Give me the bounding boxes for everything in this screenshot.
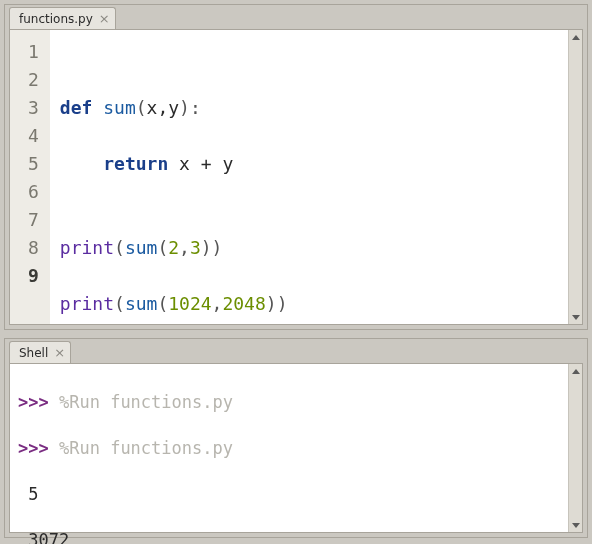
line-number: 2 xyxy=(28,66,39,94)
line-number-current: 9 xyxy=(28,262,39,290)
line-number-gutter: 1 2 3 4 5 6 7 8 9 xyxy=(10,30,50,324)
editor-tab-bar: functions.py × xyxy=(5,5,587,29)
scroll-down-icon[interactable] xyxy=(569,518,582,532)
shell-tab-label: Shell xyxy=(19,345,48,361)
line-number: 1 xyxy=(28,38,39,66)
editor-tab[interactable]: functions.py × xyxy=(9,7,116,29)
line-number: 5 xyxy=(28,150,39,178)
editor-tab-label: functions.py xyxy=(19,11,93,27)
close-icon[interactable]: × xyxy=(99,13,110,25)
code-line: return x + y xyxy=(60,150,560,178)
editor-frame: 1 2 3 4 5 6 7 8 9 def sum(x,y): return x… xyxy=(9,29,583,325)
scroll-down-icon[interactable] xyxy=(569,310,582,324)
code-line: print(sum(1024,2048)) xyxy=(60,290,560,318)
editor-scrollbar[interactable] xyxy=(568,30,582,324)
shell-tab-bar: Shell × xyxy=(5,339,587,363)
scroll-up-icon[interactable] xyxy=(569,30,582,44)
shell-output: 3072 xyxy=(18,529,560,544)
shell-pane: Shell × >>> %Run functions.py >>> %Run f… xyxy=(4,338,588,538)
shell-scrollbar[interactable] xyxy=(568,364,582,532)
line-number: 3 xyxy=(28,94,39,122)
shell-line: >>> %Run functions.py xyxy=(18,437,560,460)
shell-frame: >>> %Run functions.py >>> %Run functions… xyxy=(9,363,583,533)
code-line: def sum(x,y): xyxy=(60,94,560,122)
close-icon[interactable]: × xyxy=(54,347,65,359)
shell-body[interactable]: >>> %Run functions.py >>> %Run functions… xyxy=(10,364,568,532)
code-line: print(sum(2,3)) xyxy=(60,234,560,262)
shell-tab[interactable]: Shell × xyxy=(9,341,71,363)
code-area[interactable]: def sum(x,y): return x + y print(sum(2,3… xyxy=(50,30,568,324)
shell-line: >>> %Run functions.py xyxy=(18,391,560,414)
editor-pane: functions.py × 1 2 3 4 5 6 7 8 9 def sum… xyxy=(4,4,588,330)
line-number: 6 xyxy=(28,178,39,206)
line-number: 7 xyxy=(28,206,39,234)
scroll-up-icon[interactable] xyxy=(569,364,582,378)
line-number: 4 xyxy=(28,122,39,150)
editor-body[interactable]: 1 2 3 4 5 6 7 8 9 def sum(x,y): return x… xyxy=(10,30,568,324)
line-number: 8 xyxy=(28,234,39,262)
shell-output: 5 xyxy=(18,483,560,506)
